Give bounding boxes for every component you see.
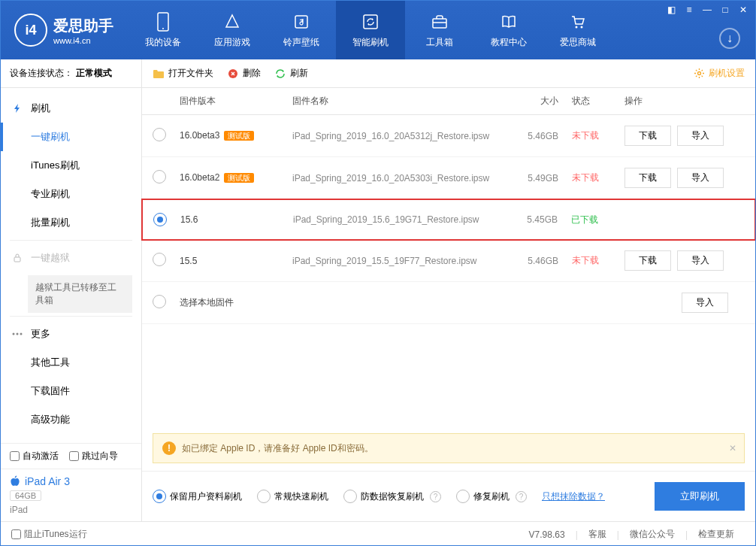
table-row[interactable]: 16.0beta2测试版 iPad_Spring_2019_16.0_20A53…	[142, 157, 755, 199]
row-radio[interactable]	[153, 170, 166, 184]
more-icon	[11, 328, 23, 340]
row-radio[interactable]	[153, 295, 166, 308]
device-capacity: 64GB	[10, 490, 41, 501]
window-controls: ◧ ≡ — □ ✕	[665, 4, 749, 16]
divider	[10, 240, 132, 241]
sidebar-more-header[interactable]: 更多	[1, 320, 141, 348]
main-content: 打开文件夹 删除 刷新 刷机设置 固件版本 固件名称 大小 状态 操作 16.0…	[142, 59, 755, 521]
warning-close-icon[interactable]: ✕	[729, 443, 736, 453]
divider	[10, 316, 132, 317]
download-button[interactable]: 下载	[624, 126, 671, 146]
download-button[interactable]: 下载	[624, 168, 671, 188]
radio-icon	[343, 490, 357, 503]
import-button[interactable]: 导入	[677, 250, 724, 271]
device-type: iPad	[10, 505, 132, 515]
firmware-size: 5.46GB	[512, 256, 572, 266]
table-row-local[interactable]: 选择本地固件 导入	[142, 282, 755, 324]
sidebar-item-downloadfw[interactable]: 下载固件	[1, 377, 141, 405]
firmware-name: iPad_Spring_2019_15.5_19F77_Restore.ipsw	[292, 256, 512, 266]
firmware-status: 已下载	[571, 214, 624, 226]
th-version: 固件版本	[180, 95, 292, 108]
table-row[interactable]: 15.6 iPad_Spring_2019_15.6_19G71_Restore…	[141, 199, 756, 241]
wechat-link[interactable]: 微信公众号	[630, 528, 675, 541]
delete-icon	[227, 68, 239, 80]
sidebar-item-othertools[interactable]: 其他工具	[1, 348, 141, 377]
logo: i4 爱思助手 www.i4.cn	[7, 14, 121, 47]
svg-point-1	[162, 28, 164, 29]
download-indicator-icon[interactable]: ↓	[719, 28, 740, 49]
table-row[interactable]: 16.0beta3测试版 iPad_Spring_2019_16.0_20A53…	[142, 115, 755, 157]
help-icon[interactable]: ?	[430, 491, 441, 502]
import-button[interactable]: 导入	[682, 293, 728, 313]
import-button[interactable]: 导入	[677, 168, 724, 188]
svg-point-8	[13, 333, 15, 335]
option-repair[interactable]: 修复刷机?	[456, 490, 527, 503]
table-header: 固件版本 固件名称 大小 状态 操作	[142, 88, 755, 115]
nav-toolbox[interactable]: 工具箱	[405, 1, 474, 59]
flash-now-button[interactable]: 立即刷机	[655, 482, 745, 511]
option-keep-data[interactable]: 保留用户资料刷机	[153, 490, 242, 503]
app-header: i4 爱思助手 www.i4.cn 我的设备 应用游戏 铃声壁纸 智能刷机 工具…	[1, 1, 755, 59]
nav-tutorial[interactable]: 教程中心	[474, 1, 543, 59]
device-info[interactable]: iPad Air 3 64GB iPad	[1, 469, 141, 521]
open-folder-button[interactable]: 打开文件夹	[153, 67, 213, 80]
svg-point-9	[17, 333, 19, 335]
firmware-name: iPad_Spring_2019_15.6_19G71_Restore.ipsw	[293, 214, 511, 225]
nav-flash[interactable]: 智能刷机	[336, 1, 405, 59]
sidebar-flash-header[interactable]: 刷机	[1, 94, 141, 123]
erase-link[interactable]: 只想抹除数据？	[542, 490, 605, 503]
minimize-icon[interactable]: —	[701, 4, 713, 16]
sidebar-item-itunes[interactable]: iTunes刷机	[1, 151, 141, 180]
skin-icon[interactable]: ◧	[665, 4, 677, 16]
row-radio[interactable]	[153, 128, 166, 141]
apps-icon	[222, 12, 242, 32]
row-radio[interactable]	[153, 213, 167, 226]
nav-ringtone[interactable]: 铃声壁纸	[267, 1, 336, 59]
auto-activate-checkbox[interactable]: 自动激活	[10, 450, 59, 463]
footer: 阻止iTunes运行 V7.98.63 | 客服 | 微信公众号 | 检查更新	[1, 521, 755, 546]
table-row[interactable]: 15.5 iPad_Spring_2019_15.5_19F77_Restore…	[142, 240, 755, 282]
beta-badge: 测试版	[224, 173, 254, 183]
firmware-size: 5.49GB	[512, 173, 572, 184]
cart-icon	[568, 12, 588, 32]
menu-icon[interactable]: ≡	[683, 4, 695, 16]
option-antirecovery[interactable]: 防数据恢复刷机?	[343, 490, 441, 503]
th-size: 大小	[512, 95, 572, 108]
maximize-icon[interactable]: □	[719, 4, 731, 16]
device-icon	[153, 12, 173, 32]
sidebar-item-batch[interactable]: 批量刷机	[1, 208, 141, 237]
firmware-status: 未下载	[572, 171, 624, 184]
nav-store[interactable]: 爱思商城	[543, 1, 612, 59]
block-itunes-checkbox[interactable]: 阻止iTunes运行	[11, 528, 87, 541]
nav-my-device[interactable]: 我的设备	[129, 1, 198, 59]
close-icon[interactable]: ✕	[737, 4, 749, 16]
download-button[interactable]: 下载	[624, 250, 671, 271]
row-radio[interactable]	[153, 253, 166, 266]
sidebar-options: 自动激活 跳过向导	[1, 443, 141, 469]
sidebar-jailbreak-header: 一键越狱	[1, 244, 141, 272]
import-button[interactable]: 导入	[677, 126, 724, 146]
svg-rect-7	[14, 257, 20, 262]
svg-point-6	[581, 26, 583, 28]
firmware-table: 16.0beta3测试版 iPad_Spring_2019_16.0_20A53…	[142, 115, 755, 324]
flash-icon	[11, 102, 23, 114]
folder-icon	[153, 68, 165, 80]
skip-wizard-checkbox[interactable]: 跳过向导	[69, 450, 118, 463]
toolbar: 打开文件夹 删除 刷新 刷机设置	[142, 59, 755, 88]
delete-button[interactable]: 删除	[227, 67, 261, 80]
sidebar-item-pro[interactable]: 专业刷机	[1, 180, 141, 208]
main-nav: 我的设备 应用游戏 铃声壁纸 智能刷机 工具箱 教程中心 爱思商城	[129, 1, 612, 59]
customer-service-link[interactable]: 客服	[588, 528, 606, 541]
refresh-button[interactable]: 刷新	[274, 67, 308, 80]
connection-status: 设备连接状态：正常模式	[1, 59, 141, 88]
local-firmware-label: 选择本地固件	[180, 296, 292, 309]
option-quick[interactable]: 常规快速刷机	[257, 490, 328, 503]
app-name: 爱思助手	[53, 17, 113, 34]
refresh-icon	[361, 12, 380, 32]
sidebar-item-oneclick[interactable]: 一键刷机	[1, 123, 141, 151]
flash-settings-button[interactable]: 刷机设置	[693, 67, 745, 80]
help-icon[interactable]: ?	[516, 491, 527, 502]
sidebar-item-advanced[interactable]: 高级功能	[1, 405, 141, 434]
check-update-link[interactable]: 检查更新	[698, 528, 734, 541]
nav-apps[interactable]: 应用游戏	[198, 1, 267, 59]
